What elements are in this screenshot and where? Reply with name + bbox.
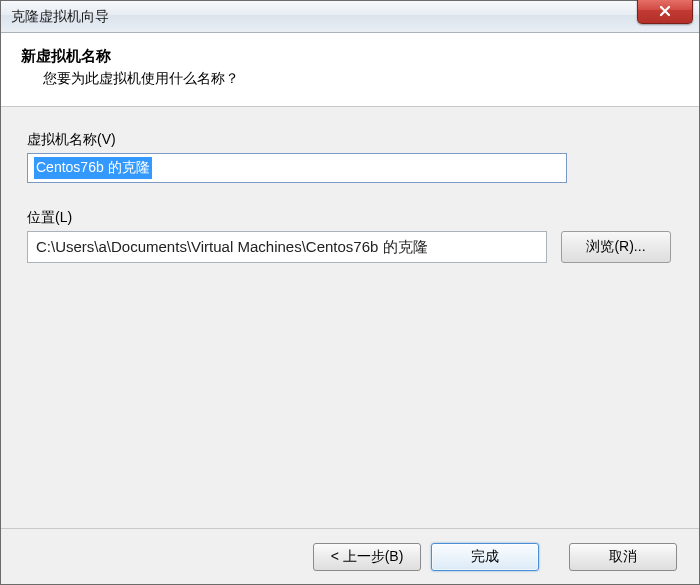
cancel-button[interactable]: 取消: [569, 543, 677, 571]
wizard-dialog: 克隆虚拟机向导 新虚拟机名称 您要为此虚拟机使用什么名称？ 虚拟机名称(V) C…: [0, 0, 700, 585]
close-button[interactable]: [637, 0, 693, 24]
vm-name-label: 虚拟机名称(V): [27, 131, 673, 149]
close-icon: [659, 5, 671, 17]
vm-name-selected-text: Centos76b 的克隆: [34, 157, 152, 179]
back-button[interactable]: < 上一步(B): [313, 543, 421, 571]
finish-button[interactable]: 完成: [431, 543, 539, 571]
page-title: 新虚拟机名称: [21, 47, 679, 66]
content-area: 虚拟机名称(V) Centos76b 的克隆 位置(L) 浏览(R)...: [1, 107, 699, 528]
vm-name-group: 虚拟机名称(V) Centos76b 的克隆: [27, 131, 673, 183]
footer: < 上一步(B) 完成 取消: [1, 528, 699, 584]
location-input[interactable]: [27, 231, 547, 263]
location-row: 浏览(R)...: [27, 231, 673, 263]
vm-name-input[interactable]: Centos76b 的克隆: [27, 153, 567, 183]
window-title: 克隆虚拟机向导: [11, 8, 109, 26]
page-subtitle: 您要为此虚拟机使用什么名称？: [21, 70, 679, 88]
location-label: 位置(L): [27, 209, 673, 227]
titlebar: 克隆虚拟机向导: [1, 1, 699, 33]
header-pane: 新虚拟机名称 您要为此虚拟机使用什么名称？: [1, 33, 699, 107]
browse-button[interactable]: 浏览(R)...: [561, 231, 671, 263]
location-group: 位置(L) 浏览(R)...: [27, 209, 673, 263]
